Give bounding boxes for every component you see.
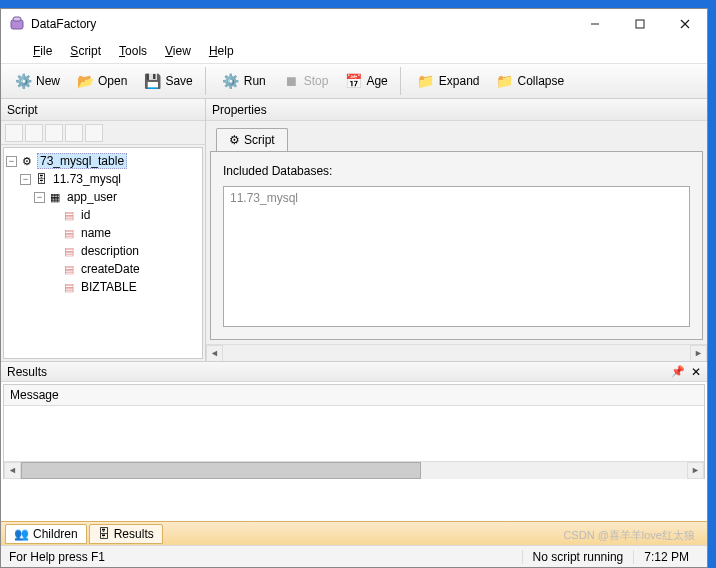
open-button[interactable]: 📂Open — [69, 68, 134, 94]
results-header: Results 📌 ✕ — [1, 362, 707, 382]
tree-column[interactable]: ▤ createDate — [6, 260, 200, 278]
svg-rect-1 — [13, 17, 21, 21]
properties-header: Properties — [206, 99, 707, 121]
status-running: No script running — [522, 550, 634, 564]
tab-results[interactable]: 🗄 Results — [89, 524, 163, 544]
script-panel-header: Script — [1, 99, 205, 121]
separator — [400, 67, 405, 95]
main-toolbar: ⚙️New 📂Open 💾Save ⚙️Run ⏹Stop 📅Age 📁Expa… — [1, 63, 707, 99]
properties-panel: Properties ⚙ Script Included Databases: … — [206, 99, 707, 361]
tab-label: Results — [114, 527, 154, 541]
tree-label[interactable]: 11.73_mysql — [51, 172, 123, 186]
tab-label: Children — [33, 527, 78, 541]
collapse-icon[interactable]: − — [34, 192, 45, 203]
close-button[interactable] — [662, 9, 707, 39]
tree-label[interactable]: description — [79, 244, 141, 258]
age-button[interactable]: 📅Age — [337, 68, 394, 94]
stop-icon: ⏹ — [282, 72, 300, 90]
column-icon: ▤ — [62, 244, 76, 258]
results-title: Results — [7, 365, 47, 379]
scroll-right-icon[interactable]: ► — [687, 462, 704, 479]
calendar-icon: 📅 — [344, 72, 362, 90]
pin-icon[interactable]: 📌 — [671, 365, 685, 378]
tree-label[interactable]: BIZTABLE — [79, 280, 139, 294]
menubar: File Script Tools View Help — [1, 39, 707, 63]
status-help: For Help press F1 — [9, 550, 105, 564]
maximize-button[interactable] — [617, 9, 662, 39]
statusbar: For Help press F1 No script running 7:12… — [1, 545, 707, 567]
btn-label: Expand — [439, 74, 480, 88]
gear-icon: ⚙ — [20, 154, 34, 168]
expand-button[interactable]: 📁Expand — [410, 68, 487, 94]
results-grid[interactable] — [4, 406, 704, 461]
menu-script[interactable]: Script — [62, 42, 109, 60]
minimize-button[interactable] — [572, 9, 617, 39]
message-column-header[interactable]: Message — [4, 385, 704, 406]
save-button[interactable]: 💾Save — [136, 68, 199, 94]
tree-column[interactable]: ▤ description — [6, 242, 200, 260]
h-scrollbar[interactable]: ◄ ► — [4, 461, 704, 478]
column-icon: ▤ — [62, 280, 76, 294]
database-icon: 🗄 — [98, 527, 110, 541]
app-window: DataFactory File Script Tools View Help … — [0, 8, 708, 568]
btn-label: Save — [165, 74, 192, 88]
tree-label[interactable]: id — [79, 208, 92, 222]
btn-label: Open — [98, 74, 127, 88]
mini-btn[interactable] — [65, 124, 83, 142]
tree-column[interactable]: ▤ BIZTABLE — [6, 278, 200, 296]
tree-label[interactable]: name — [79, 226, 113, 240]
workarea: Script − ⚙ 73_mysql_table − — [1, 99, 707, 521]
gear-icon: ⚙ — [229, 133, 240, 147]
disk-icon: 💾 — [143, 72, 161, 90]
tree-root[interactable]: − ⚙ 73_mysql_table — [6, 152, 200, 170]
script-tree[interactable]: − ⚙ 73_mysql_table − 🗄 11.73_mysql − ▦ a… — [3, 147, 203, 359]
mini-btn[interactable] — [45, 124, 63, 142]
btn-label: Collapse — [518, 74, 565, 88]
new-button[interactable]: ⚙️New — [7, 68, 67, 94]
tree-column[interactable]: ▤ id — [6, 206, 200, 224]
scroll-right-icon[interactable]: ► — [690, 345, 707, 362]
run-button[interactable]: ⚙️Run — [215, 68, 273, 94]
column-icon: ▤ — [62, 226, 76, 240]
mini-btn[interactable] — [25, 124, 43, 142]
bottom-tabs: 👥 Children 🗄 Results — [1, 521, 707, 545]
script-mini-toolbar — [1, 121, 205, 145]
scroll-track[interactable] — [21, 462, 687, 479]
tree-label[interactable]: 73_mysql_table — [37, 153, 127, 169]
tree-label[interactable]: createDate — [79, 262, 142, 276]
properties-tabs: ⚙ Script — [210, 125, 703, 151]
menu-file[interactable]: File — [25, 42, 60, 60]
tree-table[interactable]: − ▦ app_user — [6, 188, 200, 206]
tree-db[interactable]: − 🗄 11.73_mysql — [6, 170, 200, 188]
window-title: DataFactory — [31, 17, 572, 31]
scroll-left-icon[interactable]: ◄ — [4, 462, 21, 479]
tree-column[interactable]: ▤ name — [6, 224, 200, 242]
btn-label: New — [36, 74, 60, 88]
top-split: Script − ⚙ 73_mysql_table − — [1, 99, 707, 361]
list-item[interactable]: 11.73_mysql — [230, 191, 683, 205]
mini-btn[interactable] — [5, 124, 23, 142]
tab-script[interactable]: ⚙ Script — [216, 128, 288, 151]
close-icon[interactable]: ✕ — [691, 365, 701, 379]
mini-btn[interactable] — [85, 124, 103, 142]
tab-label: Script — [244, 133, 275, 147]
app-icon — [9, 16, 25, 32]
menu-tools[interactable]: Tools — [111, 42, 155, 60]
db-listbox[interactable]: 11.73_mysql — [223, 186, 690, 327]
scroll-track[interactable] — [223, 345, 690, 362]
collapse-button[interactable]: 📁Collapse — [489, 68, 572, 94]
scroll-left-icon[interactable]: ◄ — [206, 345, 223, 362]
menu-view[interactable]: View — [157, 42, 199, 60]
menu-help[interactable]: Help — [201, 42, 242, 60]
h-scrollbar[interactable]: ◄ ► — [206, 344, 707, 361]
collapse-icon[interactable]: − — [6, 156, 17, 167]
script-panel: Script − ⚙ 73_mysql_table − — [1, 99, 206, 361]
tree-label[interactable]: app_user — [65, 190, 119, 204]
collapse-icon[interactable]: − — [20, 174, 31, 185]
folder-icon: 📁 — [496, 72, 514, 90]
database-icon: 🗄 — [34, 172, 48, 186]
folder-open-icon: 📂 — [76, 72, 94, 90]
tab-children[interactable]: 👥 Children — [5, 524, 87, 544]
stop-button[interactable]: ⏹Stop — [275, 68, 336, 94]
btn-label: Run — [244, 74, 266, 88]
